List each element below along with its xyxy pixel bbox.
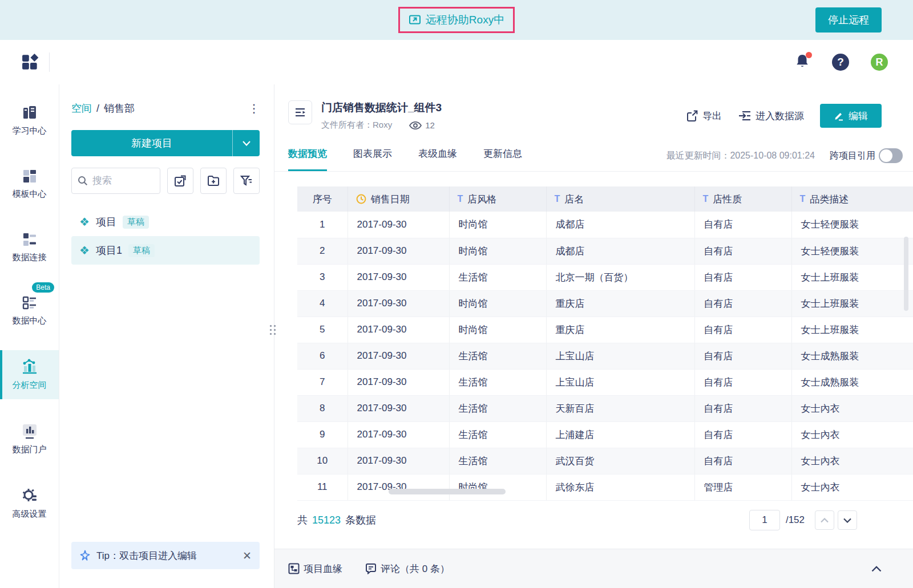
remote-session-chip[interactable]: 远程协助Roxy中 [398,7,515,33]
table-row: 112017-09-30时尚馆武徐东店管理店女士內衣 [297,474,913,500]
table-cell: 自有店 [694,290,791,317]
clock-icon [356,194,366,204]
sidebar-item-learning-center[interactable]: 学习中心 [0,97,59,145]
panel-more-menu[interactable]: ⋮ [248,103,260,114]
export-label: 导出 [702,110,722,123]
search-icon [78,176,88,186]
table-row: 22017-09-30时尚馆成都店自有店女士轻便服装 [297,238,913,264]
sidebar-item-analysis-space[interactable]: 分析空间 [0,350,59,399]
cross-project-toggle[interactable] [879,148,903,163]
table-cell: 女士成熟服装 [791,343,913,369]
total-prefix: 共 [297,513,308,527]
table-cell: 2017-09-30 [348,290,449,317]
table-body: 12017-09-30时尚馆成都店自有店女士轻便服装22017-09-30时尚馆… [297,212,913,500]
notifications-button[interactable] [794,53,810,71]
filter-icon [240,175,253,187]
sparkle-icon [79,550,91,561]
table-header-row: 序号 销售日期 T店风格 T店名 T店性质 T品类描述 [297,186,913,212]
vertical-scrollbar[interactable] [904,237,908,311]
tip-close-button[interactable]: ✕ [243,549,252,562]
table-cell: 2017-09-30 [348,448,449,474]
comments-button[interactable]: 评论（共 0 条） [365,562,450,575]
project-list-item[interactable]: ❖ 项目 草稿 [71,208,260,236]
tab-table-lineage[interactable]: 表级血缘 [418,147,457,171]
table-row: 72017-09-30生活馆上宝山店自有店女士成熟服装 [297,369,913,395]
column-header-store-type[interactable]: T店性质 [694,186,791,212]
screen-share-icon [409,14,421,26]
project-icon: ❖ [79,216,90,228]
tab-data-preview[interactable]: 数据预览 [288,147,327,171]
help-button[interactable]: ? [832,54,849,71]
table-cell: 生活馆 [449,343,546,369]
chevron-down-icon [243,141,251,146]
table-cell: 天新百店 [546,395,694,421]
table-cell: 时尚馆 [449,238,546,264]
notification-badge [806,52,812,58]
stop-remote-button[interactable]: 停止远程 [815,7,882,33]
chevron-up-icon [821,518,829,523]
sidebar-item-data-center[interactable]: Beta 数据中心 [0,287,59,335]
table-cell: 3 [297,264,348,290]
filter-button[interactable] [233,168,260,194]
table-cell: 上浦建店 [546,421,694,448]
user-avatar[interactable]: R [871,54,888,71]
project-search[interactable] [71,168,160,194]
horizontal-scrollbar[interactable] [389,489,506,494]
table-cell: 时尚馆 [449,317,546,343]
export-button[interactable]: 导出 [686,110,722,123]
table-cell: 1 [297,212,348,238]
new-project-button[interactable]: 新建项目 [71,130,260,156]
table-cell: 生活馆 [449,369,546,395]
table-cell: 11 [297,474,348,500]
next-page-button[interactable] [838,510,857,530]
data-portal-icon [21,423,38,439]
tabs-bar: 数据预览 图表展示 表级血缘 更新信息 最近更新时间： 2025-10-08 0… [274,141,913,172]
previous-page-button[interactable] [815,510,834,530]
table-cell: 自有店 [694,448,791,474]
outline-list-icon [293,106,307,119]
table-cell: 4 [297,290,348,317]
tip-text: Tip：双击项目进入编辑 [96,549,197,562]
total-count: 15123 [312,514,341,526]
main-content: 门店销售数据统计_组件3 文件所有者：Roxy 12 导出 [274,84,913,588]
text-type-icon: T [555,194,560,204]
new-folder-button[interactable] [200,168,227,194]
breadcrumb-root[interactable]: 空间 [71,102,92,115]
table-cell: 自有店 [694,238,791,264]
table-cell: 6 [297,343,348,369]
new-project-dropdown[interactable] [232,130,260,156]
table-cell: 女士內衣 [791,448,913,474]
table-cell: 成都店 [546,238,694,264]
collapse-panel-button[interactable] [871,566,882,572]
table-cell: 自有店 [694,264,791,290]
edit-button[interactable]: 编辑 [820,104,882,128]
sidebar-item-data-portal[interactable]: 数据门户 [0,415,59,464]
enter-datasource-button[interactable]: 进入数据源 [738,110,804,123]
owner-label: 文件所有者：Roxy [321,120,392,131]
left-rail: 学习中心 模板中心 数据连接 Beta 数据中心 分析空间 数据门户 [0,84,59,588]
table-cell: 2017-09-30 [348,395,449,421]
project-lineage-button[interactable]: 项目血缘 [288,562,342,575]
app-grid-logo[interactable] [22,54,40,71]
page-input[interactable] [749,510,780,530]
project-list-item-selected[interactable]: ❖ 项目1 草稿 [71,236,260,265]
column-header-store-style[interactable]: T店风格 [449,186,546,212]
dataset-type-button[interactable] [288,100,312,124]
column-header-category-desc[interactable]: T品类描述 [791,186,913,212]
sidebar-item-template-center[interactable]: 模板中心 [0,160,59,208]
sidebar-item-label: 学习中心 [13,125,47,136]
table-cell: 2017-09-30 [348,421,449,448]
column-header-index[interactable]: 序号 [297,186,348,212]
table-cell: 2017-09-30 [348,343,449,369]
column-header-store-name[interactable]: T店名 [546,186,694,212]
sidebar-item-data-connection[interactable]: 数据连接 [0,224,59,271]
multi-select-button[interactable] [167,168,193,194]
tab-chart-display[interactable]: 图表展示 [353,147,392,171]
header-divider [49,52,50,72]
sidebar-item-label: 数据门户 [13,444,47,455]
sidebar-item-advanced-settings[interactable]: 高级设置 [0,479,59,528]
remote-session-label: 远程协助Roxy中 [426,13,504,27]
search-input[interactable] [92,175,144,186]
column-header-sale-date[interactable]: 销售日期 [348,186,449,212]
tab-update-info[interactable]: 更新信息 [483,147,522,171]
